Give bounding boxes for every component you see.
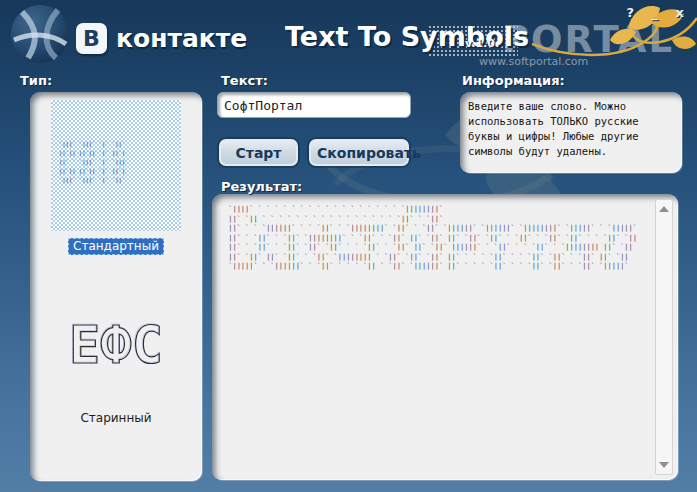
minimize-button[interactable]: _ xyxy=(652,5,660,20)
type-preview-standard: `|||` `|||` `|` `||` ||`|| ||`|| `|` ||`… xyxy=(51,100,181,231)
result-ascii-art: `||||` ` ` ` ` ` ` ` ` ` ` ` ` ` ` ` ` `… xyxy=(224,205,646,272)
type-preview-old: ЕФС ЕФС xyxy=(64,301,168,381)
type-item-standard[interactable]: `|||` `|||` `|` `||` ||`|| ||`|| `|` ||`… xyxy=(30,100,202,255)
globe-logo-icon xyxy=(8,2,72,66)
result-label: Результат: xyxy=(221,179,302,194)
vk-badge: В xyxy=(76,23,107,54)
close-button[interactable]: x xyxy=(676,5,685,20)
help-button[interactable]: ? xyxy=(627,5,636,20)
titlebar-controls: ? _ x xyxy=(616,5,686,20)
copy-button[interactable]: Скопировать xyxy=(309,139,409,166)
info-text: Введите ваше слово. Можно использовать Т… xyxy=(460,92,682,166)
vk-badge-letter: В xyxy=(83,26,100,51)
vk-brand-name: контакте xyxy=(116,24,247,53)
text-input[interactable] xyxy=(217,92,411,118)
vk-brand: В контакте xyxy=(76,23,247,54)
info-panel: Введите ваше слово. Можно использовать Т… xyxy=(460,92,682,173)
app-window: В контакте PORTAL www.softportal.com Tex… xyxy=(0,0,697,492)
scroll-up-icon[interactable] xyxy=(659,206,669,212)
standard-preview-art: `|||` `|||` `|` `||` ||`|| ||`|| `|` ||`… xyxy=(59,140,125,185)
result-textarea[interactable]: `||||` ` ` ` ` ` ` ` ` ` ` ` ` ` ` ` ` `… xyxy=(212,194,678,480)
app-version: v.1.0. xyxy=(465,37,499,50)
svg-text:ЕФС: ЕФС xyxy=(68,314,162,374)
type-item-old[interactable]: ЕФС ЕФС Старинный xyxy=(30,255,202,426)
text-label: Текст: xyxy=(221,73,268,88)
start-button[interactable]: Старт xyxy=(219,139,298,166)
scroll-down-icon[interactable] xyxy=(659,462,669,468)
result-scrollbar[interactable] xyxy=(655,199,673,475)
type-label: Тип: xyxy=(20,73,52,88)
type-panel: `|||` `|||` `|` `||` ||`|| ||`|| `|` ||`… xyxy=(30,92,202,481)
info-label: Информация: xyxy=(462,73,565,88)
type-item-standard-label[interactable]: Стандартный xyxy=(68,238,164,255)
type-item-old-label[interactable]: Старинный xyxy=(80,411,151,425)
